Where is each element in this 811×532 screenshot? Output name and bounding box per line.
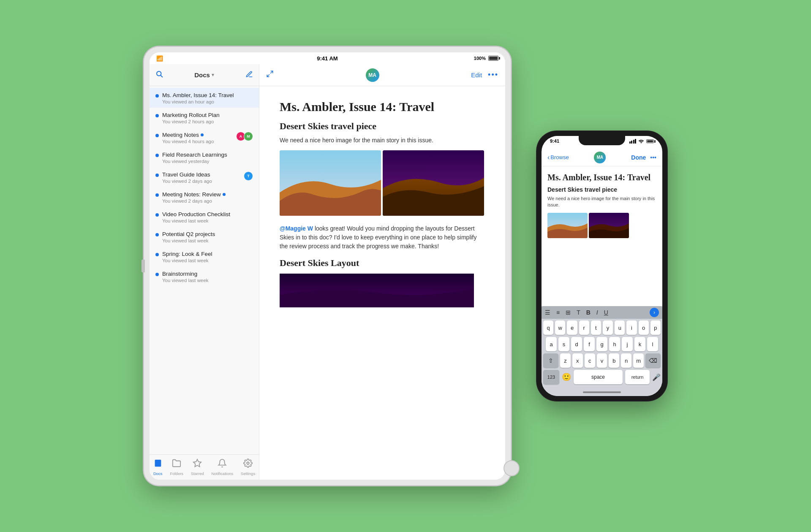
iphone-toolbar-right: Done ••• — [631, 154, 656, 161]
iphone-toolbar: ‹ Browse MA Done ••• — [542, 149, 662, 166]
key-k[interactable]: k — [634, 337, 645, 351]
sidebar-dot — [155, 273, 159, 276]
keyboard-row-3: ⇧ z x c v b n m ⌫ — [543, 353, 661, 368]
key-i[interactable]: i — [626, 320, 637, 335]
format-underline-icon[interactable]: U — [604, 309, 608, 316]
edit-button[interactable]: Edit — [471, 71, 482, 79]
done-button[interactable]: Done — [631, 154, 646, 161]
sidebar-item-title: Video Production Checklist — [162, 211, 253, 217]
tab-starred[interactable]: Starred — [188, 457, 207, 478]
sidebar-item-title: Spring: Look & Feel — [162, 251, 253, 257]
key-d[interactable]: d — [571, 337, 582, 351]
return-key[interactable]: return — [625, 370, 650, 384]
tab-folders[interactable]: Folders — [166, 457, 187, 478]
key-x[interactable]: x — [572, 353, 583, 368]
key-r[interactable]: r — [579, 320, 589, 335]
sidebar-docs-label: Docs — [194, 71, 210, 79]
sidebar-item-content: Meeting Notes You viewed 4 hours ago — [162, 132, 234, 144]
expand-icon[interactable] — [266, 70, 274, 80]
more-icon[interactable]: ••• — [650, 154, 656, 161]
collab-avatars: T — [245, 171, 253, 181]
desert-night-svg — [383, 150, 484, 216]
format-align-icon[interactable]: ≡ — [556, 309, 560, 316]
sidebar-dot — [155, 134, 159, 137]
battery-icon — [488, 56, 498, 61]
key-z[interactable]: z — [560, 353, 571, 368]
key-h[interactable]: h — [609, 337, 620, 351]
compose-icon[interactable] — [245, 71, 253, 80]
sidebar-title-area: Docs ▾ — [194, 71, 214, 79]
key-f[interactable]: f — [584, 337, 595, 351]
format-list-icon[interactable]: ☰ — [545, 309, 550, 316]
key-a[interactable]: a — [546, 337, 557, 351]
key-u[interactable]: u — [615, 320, 625, 335]
key-m[interactable]: m — [633, 353, 644, 368]
tab-docs[interactable]: Docs — [150, 457, 166, 478]
ipad-screen: 📶 9:41 AM 100% — [150, 52, 505, 480]
sidebar-item-title: Field Research Learnings — [162, 152, 253, 158]
format-bold-icon[interactable]: B — [586, 309, 591, 316]
sidebar-item[interactable]: Spring: Look & Feel You viewed last week — [150, 247, 259, 266]
tab-notifications[interactable]: Notifications — [208, 457, 237, 478]
sidebar-item[interactable]: Meeting Notes: Review You viewed 2 days … — [150, 187, 259, 207]
search-icon[interactable] — [155, 70, 163, 80]
svg-point-4 — [247, 462, 249, 464]
sidebar-item[interactable]: Travel Guide Ideas You viewed 2 days ago… — [150, 167, 259, 187]
sidebar-dot — [155, 233, 159, 236]
key-c[interactable]: c — [585, 353, 595, 368]
key-j[interactable]: j — [622, 337, 633, 351]
sidebar-item[interactable]: Ms. Ambler, Issue 14: Travel You viewed … — [150, 88, 259, 108]
back-label: Browse — [550, 154, 569, 160]
more-icon[interactable]: ••• — [488, 71, 498, 79]
sidebar-item-subtitle: You viewed last week — [162, 218, 253, 223]
format-italic-icon[interactable]: I — [596, 309, 598, 316]
key-v[interactable]: v — [597, 353, 607, 368]
ipad-status-bar: 📶 9:41 AM 100% — [150, 52, 505, 64]
keyboard-formatting-toolbar: ☰ ≡ ⊞ T B I U › — [542, 306, 662, 319]
mic-icon[interactable]: 🎤 — [652, 373, 661, 381]
keyboard-row-1: q w e r t y u i o p — [543, 320, 661, 335]
key-l[interactable]: l — [647, 337, 658, 351]
svg-rect-2 — [155, 460, 161, 467]
format-arrow-button[interactable]: › — [650, 308, 659, 317]
tab-settings[interactable]: Settings — [237, 457, 259, 478]
emoji-icon[interactable]: 🙂 — [562, 372, 571, 382]
iphone-desert-day-image — [547, 213, 588, 238]
delete-key[interactable]: ⌫ — [645, 353, 661, 368]
back-button[interactable]: ‹ Browse — [547, 154, 569, 161]
sidebar-bottom-bar: Docs Folders — [150, 454, 259, 480]
sidebar-item[interactable]: Brainstorming You viewed last week — [150, 266, 259, 286]
sidebar-item[interactable]: Field Research Learnings You viewed yest… — [150, 147, 259, 167]
tab-starred-label: Starred — [191, 471, 204, 476]
key-b[interactable]: b — [609, 353, 619, 368]
ipad-home-button[interactable] — [503, 460, 520, 476]
ipad-main-toolbar: MA Edit ••• — [259, 64, 505, 86]
sidebar-toolbar: Docs ▾ — [150, 64, 259, 86]
space-key[interactable]: space — [574, 370, 623, 384]
star-icon — [193, 459, 202, 470]
battery-fill — [489, 57, 498, 60]
key-s[interactable]: s — [558, 337, 569, 351]
doc-section2-title: Desert Skies Layout — [280, 258, 485, 269]
sidebar-item-title: Ms. Ambler, Issue 14: Travel — [162, 92, 253, 98]
number-key[interactable]: 123 — [543, 370, 559, 384]
key-q[interactable]: q — [543, 320, 553, 335]
sidebar-item[interactable]: Meeting Notes You viewed 4 hours ago A M — [150, 128, 259, 147]
key-t[interactable]: t — [591, 320, 601, 335]
sidebar-item-content: Meeting Notes: Review You viewed 2 days … — [162, 191, 253, 204]
shift-key[interactable]: ⇧ — [543, 353, 558, 368]
ipad-time: 9:41 AM — [317, 55, 337, 62]
key-n[interactable]: n — [621, 353, 631, 368]
sidebar-item[interactable]: Marketing Rollout Plan You viewed 2 hour… — [150, 108, 259, 128]
format-text-icon[interactable]: T — [577, 309, 580, 316]
format-image-icon[interactable]: ⊞ — [566, 309, 571, 316]
key-o[interactable]: o — [639, 320, 649, 335]
key-g[interactable]: g — [596, 337, 607, 351]
key-y[interactable]: y — [603, 320, 613, 335]
key-w[interactable]: w — [555, 320, 565, 335]
key-e[interactable]: e — [567, 320, 577, 335]
sidebar-item[interactable]: Video Production Checklist You viewed la… — [150, 207, 259, 227]
sidebar-item[interactable]: Potential Q2 projects You viewed last we… — [150, 227, 259, 247]
sidebar-item-content: Spring: Look & Feel You viewed last week — [162, 251, 253, 263]
key-p[interactable]: p — [650, 320, 661, 335]
